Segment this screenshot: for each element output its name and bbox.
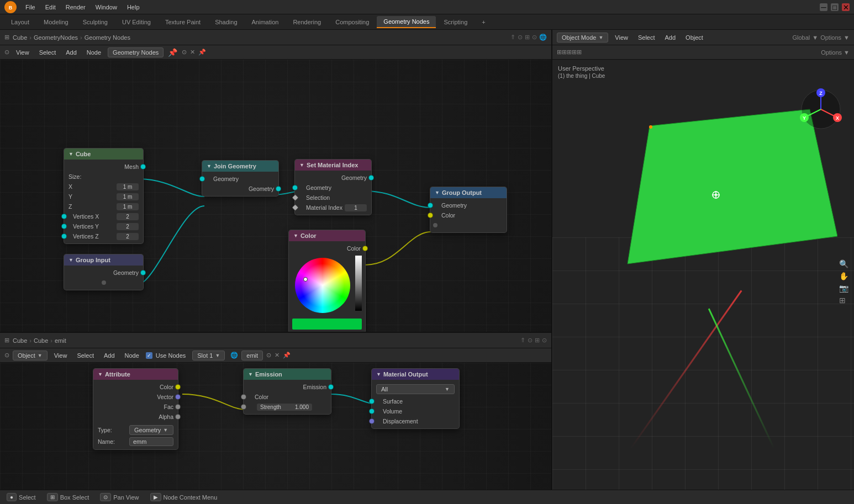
socket-emission-strength[interactable]	[241, 404, 246, 410]
grid-icon[interactable]: ⊞	[839, 296, 848, 305]
node-group-input: ▼ Group Input Geometry	[64, 254, 144, 290]
socket-color-out[interactable]	[362, 246, 368, 251]
minimize-button[interactable]: ─	[820, 3, 827, 11]
socket-attr-fac[interactable]	[175, 404, 181, 410]
toolbar-select-bottom[interactable]: Select	[73, 351, 97, 360]
socket-mat-displacement[interactable]	[369, 418, 375, 424]
node-attr-alpha-row: Alpha	[93, 412, 178, 422]
breadcrumb-geometry-nodes[interactable]: Geometry Nodes	[85, 34, 130, 41]
color-preview[interactable]	[292, 319, 362, 330]
tab-modeling[interactable]: Modeling	[37, 17, 75, 28]
tab-layout[interactable]: Layout	[4, 17, 36, 28]
object-mode-dropdown[interactable]: Object ▼	[13, 351, 48, 360]
tab-add[interactable]: +	[475, 17, 492, 28]
tab-scripting[interactable]: Scripting	[437, 17, 474, 28]
canvas-top[interactable]: ▼ Cube Mesh Size: X 1 m	[0, 60, 551, 332]
socket-attr-vector[interactable]	[175, 394, 181, 400]
socket-mat-surface[interactable]	[369, 399, 375, 404]
tab-animation[interactable]: Animation	[245, 17, 286, 28]
attr-type-dropdown[interactable]: Geometry ▼	[129, 425, 173, 435]
breadcrumb-cube2[interactable]: Cube	[13, 337, 27, 344]
socket-emission-out[interactable]	[328, 384, 334, 390]
nav-gizmo[interactable]: Z X Y	[799, 87, 843, 131]
socket-attr-alpha[interactable]	[175, 414, 181, 420]
menu-edit[interactable]: Edit	[41, 3, 60, 12]
socket-mat-volume[interactable]	[369, 408, 375, 414]
pin3-icon[interactable]: 📌	[283, 352, 291, 359]
socket-cube-vy[interactable]	[61, 224, 67, 229]
viewport-add-btn[interactable]: Add	[662, 33, 679, 42]
camera-icon[interactable]: 📷	[839, 284, 848, 293]
color-picker-area[interactable]	[289, 253, 365, 317]
close-icon-top[interactable]: ✕	[190, 49, 195, 56]
pin-icon[interactable]: 📌	[168, 48, 177, 57]
color-wheel-cursor[interactable]	[303, 277, 308, 282]
viewport-view-btn[interactable]: View	[611, 33, 631, 42]
attr-name-input[interactable]	[129, 437, 173, 446]
socket-cube-mesh[interactable]	[140, 164, 146, 169]
tab-geometry-nodes[interactable]: Geometry Nodes	[377, 16, 436, 28]
socket-group-input-extra[interactable]	[101, 280, 107, 285]
breadcrumb-emit[interactable]: emit	[55, 337, 66, 344]
menu-help[interactable]: Help	[123, 3, 144, 12]
blender-logo[interactable]: B	[4, 1, 17, 13]
socket-emission-color[interactable]	[241, 394, 246, 400]
socket-group-out-color[interactable]	[428, 213, 433, 218]
toolbar-node-bottom[interactable]: Node	[122, 351, 143, 360]
use-nodes-label: Use Nodes	[156, 352, 186, 359]
viewport-select-btn[interactable]: Select	[635, 33, 658, 42]
link-icon-top[interactable]: ⊙	[182, 49, 187, 56]
node-emission-body: Emission Color Strength 1.000	[244, 380, 331, 414]
socket-set-mat-geo-out[interactable]	[368, 175, 374, 181]
tab-texture-paint[interactable]: Texture Paint	[159, 17, 207, 28]
tab-rendering[interactable]: Rendering	[286, 17, 328, 28]
socket-cube-vz[interactable]	[61, 234, 67, 239]
socket-join-geo-in[interactable]	[199, 176, 205, 182]
color-brightness-bar[interactable]	[355, 256, 362, 311]
socket-cube-vx[interactable]	[61, 214, 67, 219]
menu-render[interactable]: Render	[61, 3, 90, 12]
toolbar-node-top[interactable]: Node	[83, 48, 104, 57]
socket-attr-color[interactable]	[175, 384, 181, 390]
close-button[interactable]: ✕	[842, 3, 850, 11]
toolbar-view-top[interactable]: View	[13, 48, 33, 57]
tab-shading[interactable]: Shading	[208, 17, 244, 28]
toolbar-add-bottom[interactable]: Add	[101, 351, 118, 360]
toolbar-select-top[interactable]: Select	[36, 48, 60, 57]
viewport-area[interactable]: User Perspective (1) the thing | Cube Z …	[552, 60, 854, 504]
svg-text:X: X	[836, 115, 839, 121]
tab-compositing[interactable]: Compositing	[329, 17, 376, 28]
tab-uv-editing[interactable]: UV Editing	[115, 17, 157, 28]
color-wheel[interactable]	[295, 258, 350, 313]
node-cube: ▼ Cube Mesh Size: X 1 m	[64, 148, 144, 244]
material-name-badge[interactable]: emit	[241, 351, 263, 360]
breadcrumb-cube3[interactable]: Cube	[34, 337, 48, 344]
viewport-object-btn[interactable]: Object	[682, 33, 707, 42]
maximize-button[interactable]: □	[831, 3, 839, 11]
node-name-badge[interactable]: Geometry Nodes	[108, 47, 164, 57]
breadcrumb-geo-nodes-obj[interactable]: GeometryNodes	[34, 34, 78, 41]
zoom-icon[interactable]: 🔍	[839, 259, 848, 268]
socket-group-input-geo[interactable]	[140, 270, 146, 275]
pin2-icon[interactable]: 📌	[198, 49, 206, 56]
node-set-mat-title: Set Material Index	[307, 162, 359, 168]
socket-group-out-geo[interactable]	[428, 203, 433, 208]
canvas-bottom[interactable]: ▼ Attribute Color Vector Fac	[0, 363, 551, 504]
menu-file[interactable]: File	[21, 3, 40, 12]
socket-join-geo-out[interactable]	[276, 186, 281, 192]
toolbar-add-top[interactable]: Add	[62, 48, 80, 57]
viewport-mode-dropdown[interactable]: Object Mode ▼	[557, 33, 608, 43]
menu-window[interactable]: Window	[91, 3, 122, 12]
close-icon-bottom[interactable]: ✕	[275, 352, 280, 359]
breadcrumb-cube[interactable]: Cube	[13, 34, 27, 41]
node-set-mat-geo-in-row: Geometry	[295, 183, 371, 193]
hand-icon[interactable]: ✋	[839, 272, 848, 280]
socket-set-mat-geo-in[interactable]	[292, 185, 298, 190]
mat-out-all-dropdown[interactable]: All ▼	[376, 384, 455, 394]
toolbar-view-bottom[interactable]: View	[51, 351, 71, 360]
use-nodes-checkbox[interactable]: ✓	[146, 352, 152, 359]
link-icon-bottom[interactable]: ⊙	[266, 352, 271, 359]
socket-group-out-extra[interactable]	[433, 222, 438, 228]
tab-sculpting[interactable]: Sculpting	[76, 17, 114, 28]
slot-dropdown[interactable]: Slot 1 ▼	[192, 351, 225, 360]
